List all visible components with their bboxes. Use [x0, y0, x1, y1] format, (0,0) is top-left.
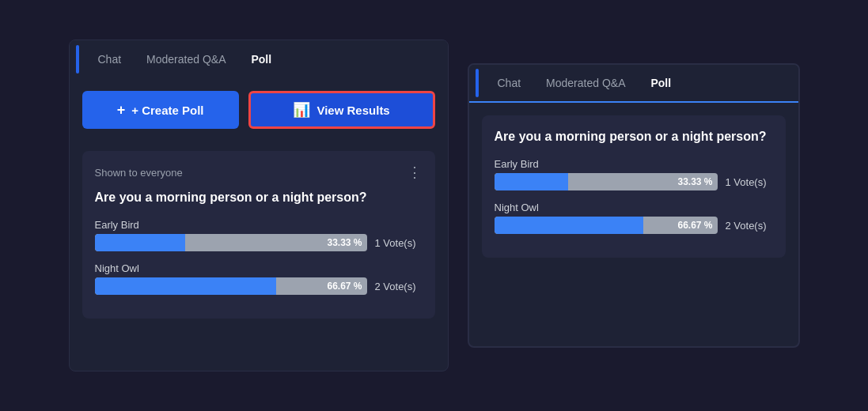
right-tab-indicator — [476, 69, 479, 97]
left-poll-option-1: Early Bird 33.33 % 1 Vote(s) — [95, 219, 423, 251]
left-bar-bg-1: 33.33 % — [95, 234, 367, 251]
right-bar-pct-1: 33.33 % — [677, 176, 712, 187]
left-panel: Chat Moderated Q&A Poll + + Create Poll … — [69, 40, 449, 371]
right-votes-1: 1 Vote(s) — [726, 176, 773, 188]
left-tab-bar: Chat Moderated Q&A Poll — [70, 40, 448, 78]
right-panel: Chat Moderated Q&A Poll Are you a mornin… — [468, 63, 800, 348]
view-results-label: View Results — [316, 104, 389, 117]
right-option-1-label: Early Bird — [495, 158, 773, 170]
left-bar-pct-2: 66.67 % — [327, 281, 362, 292]
view-results-button[interactable]: 📊 View Results — [248, 91, 435, 129]
left-bar-fill-1 — [95, 234, 186, 251]
right-poll-card: Are you a morning person or a night pers… — [482, 115, 786, 258]
left-votes-2: 2 Vote(s) — [375, 281, 423, 292]
right-tab-bar: Chat Moderated Q&A Poll — [469, 65, 798, 103]
left-option-2-label: Night Owl — [95, 262, 423, 274]
left-bar-row-2: 66.67 % 2 Vote(s) — [95, 277, 423, 295]
tab-indicator — [76, 45, 79, 74]
right-bar-row-2: 66.67 % 2 Vote(s) — [495, 217, 773, 234]
right-poll-question: Are you a morning person or a night pers… — [495, 128, 773, 145]
plus-icon: + — [117, 102, 126, 119]
right-bar-fill-2 — [495, 217, 643, 234]
right-bar-pct-2: 66.67 % — [677, 220, 712, 231]
poll-options-menu-button[interactable]: ⋮ — [407, 164, 423, 181]
left-poll-card: Shown to everyone ⋮ Are you a morning pe… — [82, 151, 435, 319]
tab-chat-left[interactable]: Chat — [85, 47, 135, 72]
right-bar-bg-2: 66.67 % — [495, 217, 718, 234]
right-bar-row-1: 33.33 % 1 Vote(s) — [495, 173, 773, 190]
left-bar-row-1: 33.33 % 1 Vote(s) — [95, 234, 423, 251]
poll-shown-to: Shown to everyone — [95, 167, 183, 179]
tab-poll-right[interactable]: Poll — [638, 70, 684, 96]
right-bar-bg-1: 33.33 % — [495, 173, 718, 190]
create-poll-label: + Create Poll — [131, 104, 203, 117]
bar-chart-icon: 📊 — [293, 101, 310, 119]
right-votes-2: 2 Vote(s) — [726, 220, 773, 232]
left-bar-pct-1: 33.33 % — [327, 237, 362, 248]
left-bar-bg-2: 66.67 % — [95, 277, 367, 295]
right-poll-option-1: Early Bird 33.33 % 1 Vote(s) — [495, 158, 773, 190]
left-toolbar: + + Create Poll 📊 View Results — [70, 78, 448, 141]
right-option-2-label: Night Owl — [495, 202, 773, 213]
tab-chat-right[interactable]: Chat — [485, 70, 534, 96]
left-poll-option-2: Night Owl 66.67 % 2 Vote(s) — [95, 262, 423, 295]
right-poll-option-2: Night Owl 66.67 % 2 Vote(s) — [495, 202, 773, 234]
left-poll-question: Are you a morning person or a night pers… — [95, 189, 423, 206]
right-bar-fill-1 — [495, 173, 569, 190]
tab-poll-left[interactable]: Poll — [238, 47, 284, 72]
left-votes-1: 1 Vote(s) — [375, 237, 423, 249]
poll-meta: Shown to everyone ⋮ — [95, 164, 423, 181]
tab-moderated-qa-right[interactable]: Moderated Q&A — [533, 70, 638, 96]
left-option-1-label: Early Bird — [95, 219, 423, 231]
create-poll-button[interactable]: + + Create Poll — [82, 91, 239, 129]
left-bar-fill-2 — [95, 277, 276, 295]
tab-moderated-qa-left[interactable]: Moderated Q&A — [134, 47, 238, 72]
